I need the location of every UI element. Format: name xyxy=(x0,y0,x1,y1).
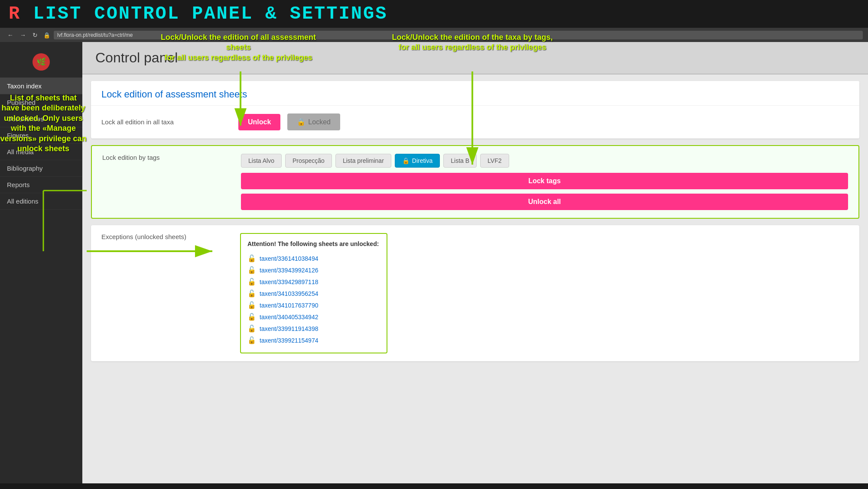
sidebar-item-taxon-index[interactable]: Taxon index xyxy=(0,78,82,94)
sheet-item-7[interactable]: 🔓 taxent/339921154974 xyxy=(247,334,380,346)
tag-lvf2[interactable]: LVF2 xyxy=(480,154,509,168)
exceptions-row: Exceptions (unlocked sheets) Attention! … xyxy=(91,225,859,361)
browser-nav: ← → ↻ xyxy=(5,31,40,39)
sidebar-item-all-editions[interactable]: All editions xyxy=(0,193,82,210)
sheet-item-2[interactable]: 🔓 taxent/339429897118 xyxy=(247,276,380,288)
secure-icon: 🔒 xyxy=(43,32,50,39)
url-bar[interactable] xyxy=(54,31,863,39)
sidebar: 🌿 Taxon index Published Occurrences Figu… xyxy=(0,42,82,483)
sheet-link-6[interactable]: taxent/339911914398 xyxy=(260,325,318,332)
exceptions-section: Exceptions (unlocked sheets) Attention! … xyxy=(91,225,859,361)
sidebar-item-figures[interactable]: Figures xyxy=(0,127,82,144)
page-title: R list control panel & settings xyxy=(9,3,859,24)
sidebar-item-reports[interactable]: Reports xyxy=(0,177,82,193)
title-red: R xyxy=(9,3,21,24)
lock-all-row: Lock all edition in all taxa Unlock 🔒 Lo… xyxy=(91,106,859,139)
sheet-lock-icon-4: 🔓 xyxy=(247,301,256,309)
unlock-button[interactable]: Unlock xyxy=(238,114,280,130)
tag-lock-icon: 🔒 xyxy=(402,157,410,164)
lock-tags-button[interactable]: Lock tags xyxy=(241,173,848,189)
title-bar: R list control panel & settings xyxy=(0,0,868,28)
attention-text: Attention! The following sheets are unlo… xyxy=(247,240,380,247)
app-layout: 🌿 Taxon index Published Occurrences Figu… xyxy=(0,42,868,483)
tags-section: Lock edition by tags Lista Alvo Prospecç… xyxy=(91,145,859,219)
tags-area: Lista Alvo Prospecção Lista preliminar 🔒… xyxy=(241,154,848,210)
tag-lista-alvo[interactable]: Lista Alvo xyxy=(241,154,282,168)
sheet-item-4[interactable]: 🔓 taxent/341017637790 xyxy=(247,299,380,311)
sheet-lock-icon-6: 🔓 xyxy=(247,324,256,333)
sheet-lock-icon-5: 🔓 xyxy=(247,313,256,321)
section1-title: Lock edition of assessment sheets xyxy=(91,81,859,106)
panel-heading: Control panel xyxy=(95,50,855,66)
sheet-item-6[interactable]: 🔓 taxent/339911914398 xyxy=(247,323,380,334)
sheet-link-5[interactable]: taxent/340405334942 xyxy=(260,314,318,321)
panel-header: Control panel xyxy=(82,42,868,74)
sheet-item-0[interactable]: 🔓 taxent/336141038494 xyxy=(247,253,380,264)
exceptions-box: Attention! The following sheets are unlo… xyxy=(240,233,387,353)
tags-row: Lock edition by tags Lista Alvo Prospecç… xyxy=(92,146,858,218)
lock-icon: 🔒 xyxy=(297,118,306,126)
sidebar-item-all-media[interactable]: All media xyxy=(0,144,82,160)
sheet-lock-icon-1: 🔓 xyxy=(247,266,256,274)
sheet-lock-icon-0: 🔓 xyxy=(247,254,256,262)
sheet-link-7[interactable]: taxent/339921154974 xyxy=(260,337,318,344)
sidebar-item-bibliography[interactable]: Bibliography xyxy=(0,160,82,177)
sheet-item-1[interactable]: 🔓 taxent/339439924126 xyxy=(247,264,380,276)
sidebar-item-occurrences[interactable]: Occurrences xyxy=(0,111,82,127)
sheet-link-4[interactable]: taxent/341017637790 xyxy=(260,302,318,309)
locked-button[interactable]: 🔒 Locked xyxy=(287,113,340,130)
sheet-link-2[interactable]: taxent/339429897118 xyxy=(260,279,318,285)
sidebar-logo-area: 🌿 xyxy=(0,46,82,78)
tags-actions: Lock tags Unlock all xyxy=(241,173,848,210)
tag-buttons-group: Lista Alvo Prospecção Lista preliminar 🔒… xyxy=(241,154,848,168)
tag-prospeccao[interactable]: Prospecção xyxy=(285,154,332,168)
refresh-button[interactable]: ↻ xyxy=(30,31,40,39)
assessment-sheets-section: Lock edition of assessment sheets Lock a… xyxy=(91,81,859,139)
browser-bar: ← → ↻ 🔒 xyxy=(0,28,868,42)
tag-diretiva[interactable]: 🔒 Diretiva xyxy=(395,154,440,168)
main-content: Control panel Lock edition of assessment… xyxy=(82,42,868,483)
sheet-link-0[interactable]: taxent/336141038494 xyxy=(260,255,318,262)
tag-lista-preliminar[interactable]: Lista preliminar xyxy=(335,154,391,168)
sheet-link-3[interactable]: taxent/341033956254 xyxy=(260,290,318,297)
sheet-link-1[interactable]: taxent/339439924126 xyxy=(260,267,318,274)
lock-by-tags-label: Lock edition by tags xyxy=(102,154,232,161)
back-button[interactable]: ← xyxy=(5,31,16,39)
exceptions-label: Exceptions (unlocked sheets) xyxy=(101,233,231,240)
lock-all-label: Lock all edition in all taxa xyxy=(101,118,231,126)
app-logo: 🌿 xyxy=(33,53,50,71)
unlock-all-button[interactable]: Unlock all xyxy=(241,194,848,210)
sheet-item-5[interactable]: 🔓 taxent/340405334942 xyxy=(247,311,380,323)
sidebar-item-published[interactable]: Published xyxy=(0,94,82,111)
sheet-lock-icon-7: 🔓 xyxy=(247,336,256,344)
sheet-lock-icon-3: 🔓 xyxy=(247,289,256,298)
tag-lista-b[interactable]: Lista B xyxy=(443,154,477,168)
forward-button[interactable]: → xyxy=(18,31,28,39)
sheet-item-3[interactable]: 🔓 taxent/341033956254 xyxy=(247,288,380,299)
sheet-lock-icon-2: 🔓 xyxy=(247,278,256,286)
